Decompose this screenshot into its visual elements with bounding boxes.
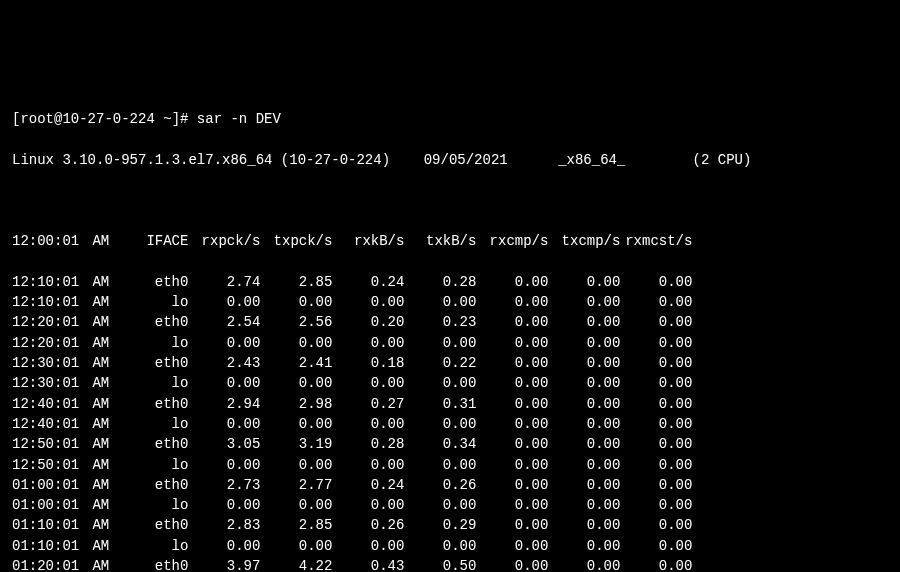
- table-row: 01:10:01 AMlo0.000.000.000.000.000.000.0…: [12, 536, 888, 556]
- terminal-output: [root@10-27-0-224 ~]# sar -n DEV Linux 3…: [12, 89, 888, 572]
- cell-rxkb: 0.24: [332, 475, 404, 495]
- cell-rxpck: 0.00: [188, 373, 260, 393]
- cell-rxmcst: 0.00: [620, 434, 692, 454]
- cell-txkb: 0.23: [404, 312, 476, 332]
- cell-rxpck: 0.00: [188, 455, 260, 475]
- cell-time: 12:40:01: [12, 394, 84, 414]
- cell-txkb: 0.29: [404, 515, 476, 535]
- kernel-version: Linux 3.10.0-957.1.3.el7.x86_64: [12, 152, 272, 168]
- cell-rxmcst: 0.00: [620, 272, 692, 292]
- cell-time: 01:10:01: [12, 515, 84, 535]
- cell-time: 12:10:01: [12, 272, 84, 292]
- cell-rxpck: 2.54: [188, 312, 260, 332]
- cell-rxcmp: 0.00: [476, 333, 548, 353]
- shell-prompt: [root@10-27-0-224 ~]#: [12, 111, 197, 127]
- cell-txkb: 0.00: [404, 455, 476, 475]
- cell-ampm: AM: [92, 536, 116, 556]
- cell-rxmcst: 0.00: [620, 556, 692, 572]
- cell-txcmp: 0.00: [548, 536, 620, 556]
- cell-iface: lo: [116, 455, 188, 475]
- cell-rxmcst: 0.00: [620, 292, 692, 312]
- cell-rxcmp: 0.00: [476, 536, 548, 556]
- table-row: 12:40:01 AMlo0.000.000.000.000.000.000.0…: [12, 414, 888, 434]
- cell-rxmcst: 0.00: [620, 515, 692, 535]
- cell-rxmcst: 0.00: [620, 414, 692, 434]
- cell-ampm: AM: [92, 353, 116, 373]
- table-row: 12:20:01 AMlo0.000.000.000.000.000.000.0…: [12, 333, 888, 353]
- cell-txpck: 0.00: [260, 495, 332, 515]
- header-rxkb: rxkB/s: [332, 231, 404, 251]
- cell-rxcmp: 0.00: [476, 394, 548, 414]
- cell-rxkb: 0.28: [332, 434, 404, 454]
- cell-txkb: 0.00: [404, 414, 476, 434]
- cell-txpck: 0.00: [260, 292, 332, 312]
- cell-iface: eth0: [116, 434, 188, 454]
- cell-txcmp: 0.00: [548, 455, 620, 475]
- cell-txkb: 0.22: [404, 353, 476, 373]
- cell-iface: lo: [116, 495, 188, 515]
- cell-rxcmp: 0.00: [476, 312, 548, 332]
- cell-rxkb: 0.26: [332, 515, 404, 535]
- cell-rxmcst: 0.00: [620, 353, 692, 373]
- cell-rxkb: 0.43: [332, 556, 404, 572]
- cell-rxmcst: 0.00: [620, 495, 692, 515]
- cell-time: 12:20:01: [12, 333, 84, 353]
- cell-rxpck: 3.05: [188, 434, 260, 454]
- cell-txpck: 2.85: [260, 515, 332, 535]
- cell-rxcmp: 0.00: [476, 475, 548, 495]
- cell-rxcmp: 0.00: [476, 292, 548, 312]
- cell-rxpck: 3.97: [188, 556, 260, 572]
- cell-txpck: 2.77: [260, 475, 332, 495]
- cell-ampm: AM: [92, 373, 116, 393]
- cell-rxcmp: 0.00: [476, 353, 548, 373]
- cell-iface: eth0: [116, 353, 188, 373]
- cell-time: 12:50:01: [12, 434, 84, 454]
- table-row: 12:30:01 AMeth02.432.410.180.220.000.000…: [12, 353, 888, 373]
- cell-rxpck: 2.94: [188, 394, 260, 414]
- date: 09/05/2021: [424, 152, 508, 168]
- cell-time: 12:30:01: [12, 353, 84, 373]
- cell-txcmp: 0.00: [548, 515, 620, 535]
- header-ampm: AM: [92, 231, 116, 251]
- cell-rxpck: 0.00: [188, 536, 260, 556]
- cell-rxkb: 0.20: [332, 312, 404, 332]
- cell-txkb: 0.50: [404, 556, 476, 572]
- cell-txkb: 0.00: [404, 495, 476, 515]
- cell-rxkb: 0.00: [332, 536, 404, 556]
- header-time: 12:00:01: [12, 231, 84, 251]
- cell-rxmcst: 0.00: [620, 394, 692, 414]
- cell-time: 01:10:01: [12, 536, 84, 556]
- cell-iface: lo: [116, 373, 188, 393]
- cell-ampm: AM: [92, 556, 116, 572]
- command[interactable]: sar -n DEV: [197, 111, 281, 127]
- table-row: 01:00:01 AMeth02.732.770.240.260.000.000…: [12, 475, 888, 495]
- cell-txcmp: 0.00: [548, 495, 620, 515]
- cell-txcmp: 0.00: [548, 556, 620, 572]
- cell-txcmp: 0.00: [548, 414, 620, 434]
- table-row: 12:20:01 AMeth02.542.560.200.230.000.000…: [12, 312, 888, 332]
- table-row: 12:10:01 AMeth02.742.850.240.280.000.000…: [12, 272, 888, 292]
- cell-txcmp: 0.00: [548, 292, 620, 312]
- header-iface: IFACE: [116, 231, 188, 251]
- cell-ampm: AM: [92, 475, 116, 495]
- cell-time: 01:00:01: [12, 475, 84, 495]
- cell-txkb: 0.00: [404, 292, 476, 312]
- cell-txkb: 0.00: [404, 536, 476, 556]
- cell-ampm: AM: [92, 292, 116, 312]
- cell-rxcmp: 0.00: [476, 515, 548, 535]
- table-row: 01:20:01 AMeth03.974.220.430.500.000.000…: [12, 556, 888, 572]
- cell-iface: eth0: [116, 394, 188, 414]
- cell-txcmp: 0.00: [548, 394, 620, 414]
- cell-rxcmp: 0.00: [476, 373, 548, 393]
- header-rxmcst: rxmcst/s: [620, 231, 692, 251]
- cell-ampm: AM: [92, 495, 116, 515]
- cell-rxkb: 0.00: [332, 292, 404, 312]
- cell-time: 12:10:01: [12, 292, 84, 312]
- table-row: 12:50:01 AMlo0.000.000.000.000.000.000.0…: [12, 455, 888, 475]
- cell-txpck: 2.98: [260, 394, 332, 414]
- cell-rxcmp: 0.00: [476, 556, 548, 572]
- cell-txpck: 2.85: [260, 272, 332, 292]
- cell-rxmcst: 0.00: [620, 312, 692, 332]
- cell-ampm: AM: [92, 455, 116, 475]
- cell-iface: lo: [116, 333, 188, 353]
